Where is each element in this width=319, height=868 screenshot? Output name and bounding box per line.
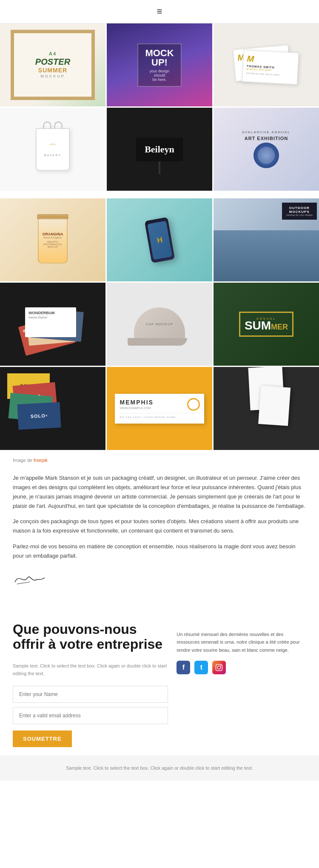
svg-point-1 [218, 666, 221, 669]
gallery-cell-outdoor[interactable]: OUTDOOR MOCKUPS mockup for your design [214, 198, 319, 281]
offer-section: Que pouvons-nous offrir à votre entrepri… [0, 609, 319, 756]
outdoor-text2: MOCKUPS [286, 210, 313, 214]
footer-text: Sample text. Click to select the text bo… [13, 765, 306, 772]
sc-name-4: Karina Dryson [28, 316, 73, 319]
gallery-row-5: SOLO® SOLO® SOLO® SOLO® MEMPHIS WWW.EXAM… [0, 367, 319, 450]
offer-right: Un résumé mensuel des dernières nouvelle… [177, 622, 306, 748]
gallery-cell-bag[interactable]: ⌒ BAKERY [0, 108, 105, 191]
offer-heading: Que pouvons-nous offrir à votre entrepri… [13, 622, 168, 652]
exhib-main: ART EXHIBITION [245, 136, 288, 141]
image-credit: Image de freepik [13, 458, 306, 463]
poster-line2: POSTER [35, 57, 70, 67]
gallery-row-3: ORANGINA Fresh & Organic REALISTICPHOTOR… [0, 198, 319, 281]
paper-sheet-2 [258, 386, 291, 426]
gallery-row-4: WONDERBUM WONDERBUM Karina Dryson WONDER… [0, 283, 319, 366]
poster-text: A4 POSTER SUMMER MOCKUP [35, 51, 70, 79]
exhib-title: AVALANCHE ANNUAL [242, 130, 291, 134]
poster-line4: MOCKUP [35, 74, 70, 79]
poster-line1: A4 [35, 51, 70, 57]
poster-line3: SUMMER [35, 67, 70, 74]
gallery-cell-poster[interactable]: A4 POSTER SUMMER MOCKUP [0, 23, 105, 106]
exhib-art-inner [258, 147, 275, 164]
bio-paragraph-1: Je m'appelle Mark Stanson et je suis un … [13, 473, 306, 511]
solo-cards-container: SOLO® SOLO® SOLO® SOLO® [5, 371, 100, 446]
summer-mer: MER [271, 323, 288, 331]
bio-paragraph-2: Je conçois des packagings de tous types … [13, 517, 306, 536]
content-section: Image de freepik Je m'appelle Mark Stans… [0, 451, 319, 609]
email-input[interactable] [13, 707, 168, 724]
offer-sample-text: Sample text. Click to select the text bo… [13, 662, 168, 677]
gallery-cell-billboard[interactable]: MOCKUP! your designshouldbe here. [107, 23, 212, 106]
bag-handle-right [54, 121, 63, 129]
memphis-tagline: DO·YEE·FAAT | YOUR BRAND NAME [120, 413, 199, 418]
instagram-icon[interactable] [212, 661, 226, 674]
phone-device: H [144, 217, 175, 263]
bc-stack: M M THOMAS SMITH graphic designer 415 Pa… [222, 32, 311, 98]
outdoor-text3: mockup for your design [286, 214, 313, 216]
social-icons: f t [177, 661, 306, 674]
gallery-section: A4 POSTER SUMMER MOCKUP MOCKUP! your des… [0, 23, 319, 450]
phone-logo: H [156, 235, 163, 245]
sign-text: Beileyn [145, 144, 174, 155]
gallery-cell-summer-poster[interactable]: ANNUAL SUMMER [214, 283, 319, 366]
memphis-card: MEMPHIS WWW.EXAMPLE.COM DO·YEE·FAAT | YO… [115, 394, 205, 424]
cap-shape: CAP MOCKUP [134, 307, 185, 341]
gallery-cell-solo[interactable]: SOLO® SOLO® SOLO® SOLO® [0, 367, 105, 450]
gallery-cell-cap[interactable]: CAP MOCKUP [107, 283, 212, 366]
bag-logo: ⌒ BAKERY [44, 142, 61, 157]
gallery-cell-memphis[interactable]: MEMPHIS WWW.EXAMPLE.COM DO·YEE·FAAT | YO… [107, 367, 212, 450]
gallery-cell-businesscards[interactable]: WONDERBUM WONDERBUM Karina Dryson WONDER… [0, 283, 105, 366]
exhib-art [253, 143, 279, 168]
bc-logo-front: M [247, 54, 295, 66]
billboard-box: MOCKUP! your designshouldbe here. [137, 43, 181, 87]
twitter-icon[interactable]: t [194, 661, 208, 674]
sc-brand-4: WONDERBUM [28, 311, 73, 315]
bc-addr: 415 Park Ave, New York, NY 10022 [246, 72, 294, 77]
gallery-cell-sign[interactable]: Beileyn [107, 108, 212, 191]
solo-card-4: SOLO® [17, 402, 61, 430]
bag-handle-left [43, 121, 51, 129]
paper-stack: M [249, 367, 283, 450]
submit-button[interactable]: SOUMETTRE [13, 730, 72, 747]
footer: Sample text. Click to select the text bo… [0, 756, 319, 781]
signature-svg [13, 569, 51, 586]
summer-big1: SUMMER [245, 320, 288, 331]
outdoor-text1: OUTDOOR [286, 206, 313, 210]
menu-icon[interactable]: ≡ [157, 6, 162, 17]
offer-left: Que pouvons-nous offrir à votre entrepri… [13, 622, 168, 748]
poster-frame: A4 POSTER SUMMER MOCKUP [11, 30, 95, 100]
stacked-card-4: WONDERBUM Karina Dryson [25, 307, 76, 337]
gallery-spacer [0, 192, 319, 198]
gallery-row-2: ⌒ BAKERY Beileyn AVALANCHE ANNUAL ART EX… [0, 108, 319, 191]
gallery-cell-phone[interactable]: H [107, 198, 212, 281]
gallery-cell-drink[interactable]: ORANGINA Fresh & Organic REALISTICPHOTOR… [0, 198, 105, 281]
drink-cup: ORANGINA Fresh & Organic REALISTICPHOTOR… [38, 217, 68, 264]
svg-point-2 [220, 665, 221, 666]
svg-rect-0 [216, 664, 222, 670]
billboard-text: MOCKUP! [145, 49, 174, 67]
drink-lid [37, 214, 68, 219]
billboard-subtext: your designshouldbe here. [145, 69, 174, 82]
cap-logo: CAP MOCKUP [146, 322, 174, 326]
header: ≡ [0, 0, 319, 23]
facebook-icon[interactable]: f [177, 661, 190, 674]
freepik-link[interactable]: freepik [34, 458, 48, 463]
offer-description: Un résumé mensuel des dernières nouvelle… [177, 630, 306, 654]
cards-stack: WONDERBUM WONDERBUM Karina Dryson WONDER… [5, 287, 100, 362]
gallery-row-1: A4 POSTER SUMMER MOCKUP MOCKUP! your des… [0, 23, 319, 106]
bag-bakery-text: BAKERY [44, 154, 61, 157]
outdoor-billboard: OUTDOOR MOCKUPS mockup for your design [282, 203, 317, 220]
gallery-cell-business-card[interactable]: M M THOMAS SMITH graphic designer 415 Pa… [214, 23, 319, 106]
outdoor-building [214, 230, 319, 281]
gallery-cell-exhibition[interactable]: AVALANCHE ANNUAL ART EXHIBITION [214, 108, 319, 191]
bag-arch-icon: ⌒ [44, 142, 61, 154]
bio-paragraph-3: Parlez-moi de vos besoins en matière de … [13, 542, 306, 561]
gallery-cell-paper[interactable]: M [214, 367, 319, 450]
name-input[interactable] [13, 686, 168, 703]
drink-note: REALISTICPHOTOREALISTICMOCK-UP [43, 241, 62, 248]
drink-sub: Fresh & Organic [43, 236, 62, 239]
bc-card-front: M THOMAS SMITH graphic designer 415 Park… [242, 50, 299, 85]
summer-frame: ANNUAL SUMMER [239, 312, 293, 336]
memphis-deco [187, 398, 200, 411]
sign-box: Beileyn [136, 138, 183, 161]
